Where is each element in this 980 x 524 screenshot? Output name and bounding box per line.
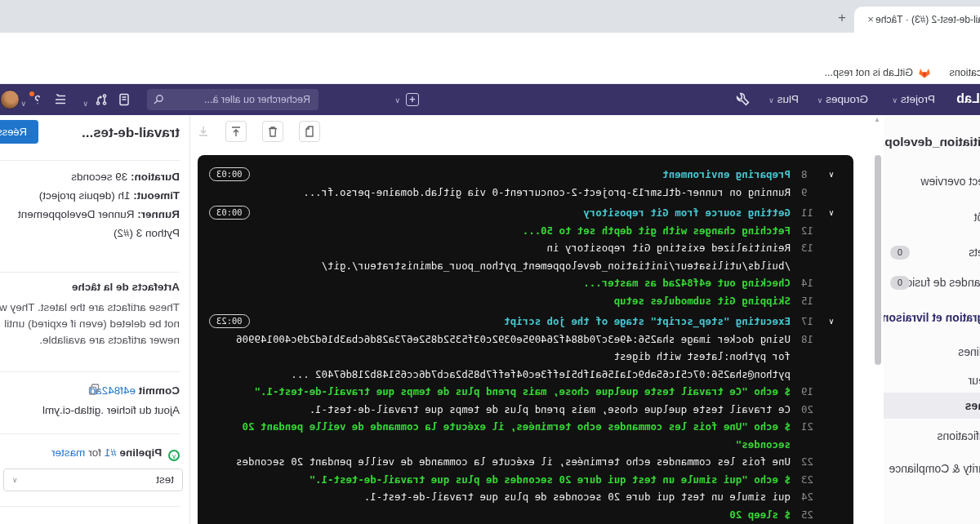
stage-value: test	[156, 473, 174, 486]
close-icon[interactable]: ×	[867, 13, 874, 25]
log-line: 12Fetching changes with git depth set to…	[198, 222, 853, 240]
job-duration: Duration: 39 seconds	[0, 167, 180, 186]
log-line: 21$ echo "Une fois les commandes echo te…	[198, 418, 853, 453]
admin-wrench-icon[interactable]	[736, 92, 750, 106]
log-text: Checking out e4f842ad as master...	[233, 274, 791, 292]
log-line-number[interactable]: 11	[801, 204, 829, 222]
sidebar-scrollbar[interactable]	[875, 155, 881, 365]
log-text: $ echo "qui simule un test qui dure 20 s…	[233, 471, 791, 489]
log-line-number[interactable]: 8	[801, 166, 829, 184]
log-section-title[interactable]: Executing "step_script" stage of the job…	[233, 313, 791, 331]
divider	[0, 272, 180, 273]
scrollbar-up-arrow[interactable]: ▲	[874, 116, 880, 123]
scroll-to-top-button[interactable]	[225, 121, 247, 142]
project-sidebar: initiation_develop... Project overview D…	[884, 115, 980, 524]
todos-icon[interactable]	[54, 93, 67, 106]
browser-toolbar: ⟳ Non sécurisé | gitlab.domaine-perso.fr…	[0, 33, 980, 62]
log-line-number[interactable]: 20	[801, 401, 829, 419]
log-line-number[interactable]: 12	[801, 222, 829, 240]
log-line-number[interactable]: 25	[801, 506, 829, 524]
arrow-down-icon	[198, 126, 209, 137]
browser-tab[interactable]: travail-de-test-2 (#3) · Tâches ×	[854, 7, 980, 33]
avatar[interactable]	[0, 90, 20, 109]
log-line-number[interactable]: 21	[801, 418, 829, 453]
arrow-up-icon	[230, 126, 242, 137]
notification-dot	[29, 91, 34, 96]
commit-message: Ajout du fichier .gitlab-ci.yml	[0, 404, 180, 416]
mirrored-screenshot-viewport: travail-de-test-2 (#3) · Tâches × + ⟳ No…	[0, 0, 980, 524]
job-log[interactable]: ∨8Preparing environment00:03 9Running on…	[198, 155, 853, 524]
sidebar-project-title[interactable]: initiation_develop...	[884, 135, 980, 149]
sidebar-item-jobs[interactable]: Tâches	[965, 399, 980, 412]
log-text: Reinitialized existing Git repository in…	[233, 239, 791, 274]
log-line-number[interactable]: 15	[801, 292, 829, 310]
log-line: 25$ sleep 20	[198, 506, 853, 524]
new-tab-button[interactable]: +	[838, 10, 846, 26]
chevron-down-icon: ∨	[817, 96, 823, 104]
branch-link[interactable]: master	[51, 446, 85, 459]
duration-badge: 00:03	[209, 167, 250, 181]
chevron-down-icon[interactable]: ∨	[829, 313, 853, 331]
job-sidebar-panel: travail-de-tes... Réessayer Duration: 39…	[0, 115, 190, 524]
log-line-number[interactable]: 14	[801, 274, 829, 292]
issues-icon[interactable]	[118, 93, 131, 106]
log-text: $ sleep 20	[233, 506, 791, 524]
log-line-number[interactable]: 19	[801, 383, 829, 401]
log-text: Using docker image sha256:49e3c70d884f26…	[233, 331, 791, 384]
gitlab-logo[interactable]: GitLab	[956, 91, 980, 106]
log-line: 14Checking out e4f842ad as master...	[198, 274, 853, 292]
browser-window: travail-de-test-2 (#3) · Tâches × + ⟳ No…	[0, 0, 980, 524]
sidebar-item-merge-requests[interactable]: Demandes de fusion	[900, 276, 980, 289]
chevron-down-icon[interactable]: ∨	[829, 166, 853, 184]
log-line-number[interactable]: 18	[801, 331, 829, 384]
bookmark-gitlab[interactable]: GitLab is not resp...	[825, 67, 913, 78]
log-line-number[interactable]: 13	[801, 239, 829, 274]
sidebar-item-repository[interactable]: Dépôt	[974, 211, 980, 224]
log-line-number[interactable]: 22	[801, 453, 829, 471]
tab-strip: travail-de-test-2 (#3) · Tâches × +	[0, 0, 980, 33]
sidebar-item-pipelines[interactable]: Pipelines	[958, 345, 980, 358]
log-line-number[interactable]: 23	[801, 471, 829, 489]
search-icon	[154, 94, 164, 104]
chevron-down-icon: ∨	[82, 96, 91, 109]
log-line-number[interactable]: 17	[801, 313, 829, 331]
divider	[0, 371, 180, 372]
nav-more[interactable]: Plus∨	[768, 93, 799, 105]
chevron-down-icon: ∨	[12, 476, 18, 484]
sidebar-section-cicd[interactable]: Intégration et livraison continues	[884, 311, 980, 324]
sidebar-section-security[interactable]: Security & Compliance	[889, 462, 980, 475]
tab-title: travail-de-test-2 (#3) · Tâches	[875, 14, 980, 25]
log-line-number[interactable]: 24	[801, 488, 829, 506]
job-timeout: Timeout: 1h (depuis project)	[0, 186, 180, 205]
chevron-down-icon: ∨	[394, 96, 400, 104]
log-section-title[interactable]: Preparing environment	[233, 166, 791, 184]
bookmark-applications[interactable]: Applications	[950, 67, 980, 78]
scroll-to-bottom-button[interactable]	[193, 121, 214, 142]
stage-dropdown[interactable]: test ∨	[3, 468, 183, 491]
new-menu-button[interactable]: +	[406, 93, 419, 106]
log-text: qui simule un test qui dure 20 secondes …	[233, 488, 791, 506]
pipeline-status-icon[interactable]: ∨	[168, 450, 180, 461]
erase-log-button[interactable]	[262, 121, 283, 142]
log-line: 13Reinitialized existing Git repository …	[198, 239, 853, 274]
sidebar-item-issues[interactable]: Tickets	[969, 246, 980, 259]
chevron-down-icon[interactable]: ∨	[829, 204, 853, 222]
search-placeholder: Rechercher ou aller à...	[204, 94, 310, 105]
merge-requests-icon[interactable]	[95, 93, 108, 106]
nav-groups[interactable]: Groupes∨	[817, 93, 868, 105]
log-line-number[interactable]: 9	[801, 184, 829, 202]
chevron-down-icon: ∨	[892, 96, 898, 104]
copy-icon[interactable]	[88, 384, 100, 395]
trash-icon	[267, 126, 278, 137]
sidebar-item-editor[interactable]: Éditeur	[969, 374, 980, 387]
pipeline-link[interactable]: #1	[105, 446, 117, 459]
log-section-title[interactable]: Getting source from Git repository	[233, 204, 791, 222]
sidebar-item-schedules[interactable]: Planifications	[938, 429, 980, 442]
retry-button[interactable]: Réessayer	[0, 120, 38, 144]
artifacts-title: Artefacts de la tâche	[72, 281, 180, 293]
search-input[interactable]: Rechercher ou aller à...	[147, 89, 318, 110]
log-line: 20Ce travail teste quelque chose, mais p…	[198, 401, 853, 419]
raw-log-button[interactable]	[299, 121, 320, 142]
sidebar-item-overview[interactable]: Project overview	[920, 175, 980, 188]
nav-projects[interactable]: Projets∨	[892, 93, 935, 105]
